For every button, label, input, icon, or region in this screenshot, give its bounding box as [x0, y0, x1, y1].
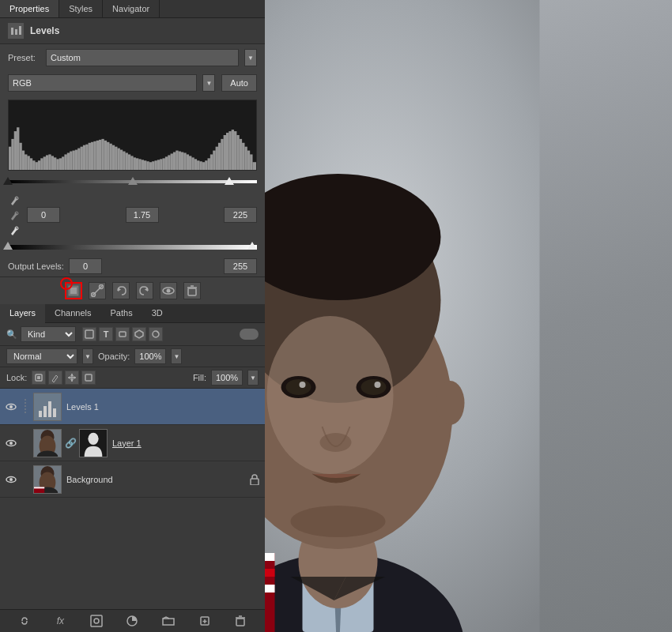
- svg-rect-77: [136, 158, 138, 170]
- svg-rect-27: [19, 26, 21, 35]
- gray-eyedropper[interactable]: [8, 209, 21, 221]
- layer-item-background[interactable]: Background: [0, 461, 265, 498]
- preset-select[interactable]: Custom Default Darker Increase Contrast …: [46, 49, 239, 66]
- lock-paint-button[interactable]: [48, 371, 62, 385]
- levels1-link: [22, 399, 28, 415]
- svg-rect-126: [70, 288, 77, 294]
- svg-rect-136: [85, 330, 93, 338]
- filter-toggle[interactable]: [240, 329, 259, 340]
- svg-rect-152: [43, 406, 47, 417]
- svg-rect-37: [30, 158, 32, 170]
- svg-rect-114: [234, 131, 236, 170]
- tab-layers[interactable]: Layers: [0, 304, 45, 323]
- tab-navigator[interactable]: Navigator: [103, 0, 160, 17]
- svg-rect-54: [75, 150, 77, 170]
- svg-rect-154: [53, 408, 56, 417]
- output-max-input[interactable]: [224, 258, 257, 274]
- svg-rect-64: [101, 139, 104, 170]
- filter-pixel-icon[interactable]: [82, 327, 96, 341]
- svg-rect-52: [70, 152, 72, 170]
- fill-input[interactable]: [211, 370, 243, 386]
- new-layer-mask-button[interactable]: [65, 282, 82, 299]
- white-point-handle[interactable]: [225, 177, 234, 185]
- filter-shape-icon[interactable]: [115, 327, 130, 341]
- svg-rect-65: [104, 141, 107, 170]
- svg-rect-79: [142, 160, 144, 170]
- lock-artboard-button[interactable]: [81, 371, 96, 385]
- background-lock-icon: [249, 474, 260, 485]
- lock-move-button[interactable]: [65, 371, 79, 385]
- background-visibility-icon[interactable]: [5, 474, 17, 485]
- new-group-button[interactable]: [160, 613, 176, 629]
- svg-rect-84: [154, 160, 157, 170]
- layers-panel: Layers Channels Paths 3D 🔍 Kind Name Eff…: [0, 304, 265, 632]
- output-black-handle[interactable]: [3, 242, 13, 250]
- delete-layer-button[interactable]: [232, 613, 248, 629]
- input-slider[interactable]: [8, 175, 257, 190]
- delete-button[interactable]: [183, 282, 201, 299]
- output-min-input[interactable]: [69, 258, 102, 274]
- filter-select[interactable]: Kind Name Effect: [21, 326, 76, 342]
- lock-icons: [32, 371, 96, 385]
- svg-rect-120: [250, 154, 252, 170]
- layer1-photo-thumbnail: [33, 429, 62, 457]
- new-layer-button[interactable]: [197, 613, 213, 629]
- add-mask-button[interactable]: [89, 613, 104, 629]
- filter-smart-icon[interactable]: [132, 327, 146, 341]
- output-slider[interactable]: [8, 240, 257, 254]
- svg-rect-46: [54, 157, 56, 170]
- redo-button[interactable]: [136, 282, 153, 299]
- levels1-visibility-icon[interactable]: [5, 401, 17, 412]
- svg-rect-25: [11, 28, 13, 35]
- white-input[interactable]: [224, 207, 257, 223]
- output-white-handle[interactable]: [247, 242, 257, 250]
- lock-pixels-button[interactable]: [32, 371, 46, 385]
- white-eyedropper[interactable]: [8, 224, 21, 236]
- mid-input[interactable]: [126, 207, 159, 223]
- tab-3d[interactable]: 3D: [142, 304, 172, 322]
- layer-item-levels1[interactable]: Levels 1: [0, 389, 265, 425]
- layers-bottom-bar: fx: [0, 609, 265, 632]
- black-point-handle[interactable]: [3, 177, 13, 185]
- channel-select[interactable]: RGB Red Green Blue: [8, 74, 197, 92]
- svg-rect-178: [236, 619, 244, 626]
- clip-to-layer-button[interactable]: [89, 282, 106, 299]
- preset-dropdown-arrow[interactable]: ▼: [244, 49, 257, 66]
- link-layers-button[interactable]: [17, 613, 32, 629]
- panel-header: Levels: [0, 18, 265, 44]
- preset-label: Preset:: [8, 53, 40, 62]
- svg-rect-51: [67, 152, 70, 170]
- fill-label: Fill:: [193, 373, 206, 382]
- filter-type-icon[interactable]: T: [99, 327, 113, 341]
- blend-mode-select[interactable]: Normal Multiply Screen: [6, 348, 77, 364]
- channel-dropdown-arrow[interactable]: ▼: [202, 74, 215, 92]
- new-fill-adjustment-button[interactable]: [124, 613, 140, 629]
- fill-dropdown-arrow[interactable]: ▼: [247, 370, 259, 386]
- black-eyedropper[interactable]: [8, 194, 21, 206]
- background-thumbnail: [33, 465, 62, 494]
- svg-rect-26: [15, 29, 17, 35]
- add-style-button[interactable]: fx: [52, 613, 68, 629]
- blend-dropdown-arrow[interactable]: ▼: [82, 348, 93, 364]
- visibility-button[interactable]: [160, 282, 177, 299]
- svg-point-132: [166, 289, 170, 293]
- opacity-label: Opacity:: [98, 352, 130, 361]
- opacity-input[interactable]: [134, 348, 166, 364]
- undo-button[interactable]: [112, 282, 130, 299]
- tab-properties[interactable]: Properties: [0, 0, 59, 17]
- svg-rect-70: [117, 149, 119, 170]
- svg-rect-47: [56, 159, 59, 170]
- svg-rect-66: [107, 142, 109, 170]
- midpoint-handle[interactable]: [128, 177, 138, 185]
- tab-styles[interactable]: Styles: [59, 0, 103, 17]
- svg-rect-44: [48, 154, 51, 170]
- tab-paths[interactable]: Paths: [101, 304, 142, 322]
- black-input[interactable]: [27, 207, 60, 223]
- filter-adjustment-icon[interactable]: [149, 327, 163, 341]
- layer1-visibility-icon[interactable]: [5, 438, 17, 449]
- opacity-dropdown-arrow[interactable]: ▼: [171, 348, 182, 364]
- tab-channels[interactable]: Channels: [45, 304, 100, 322]
- auto-button[interactable]: Auto: [221, 74, 257, 92]
- layer-item-layer1[interactable]: 🔗 Layer 1: [0, 425, 265, 461]
- layer1-chain-icon[interactable]: 🔗: [66, 438, 74, 449]
